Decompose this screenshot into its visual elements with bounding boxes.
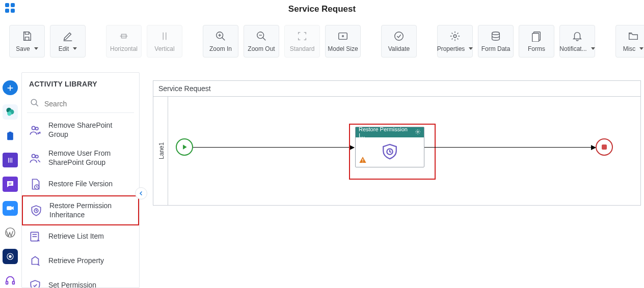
svg-line-41 [36,104,38,106]
align-horizontal-button[interactable]: Horizontal [106,25,142,57]
camera-icon[interactable] [3,201,18,216]
toolbar: Save Edit Horizontal Vertical Zoom [0,19,644,63]
zoom-model-size-button[interactable]: Model Size [325,25,361,57]
activity-settings-icon[interactable] [415,129,421,136]
svg-point-37 [9,255,12,258]
zoom-out-icon [256,30,267,42]
add-button[interactable] [3,80,18,95]
zoom-standard-label: Standard [290,45,315,52]
activity-item-label: Set Permission [48,281,133,287]
form-data-button[interactable]: Form Data [478,25,514,57]
target-icon[interactable] [3,249,18,264]
svg-point-43 [36,127,38,130]
align-horizontal-label: Horizontal [110,45,138,52]
activity-item-label: Remove SharePoint Group [48,121,133,139]
collapse-panel-button[interactable] [135,187,147,199]
bell-icon [572,30,583,42]
svg-rect-38 [6,281,8,284]
zoom-model-size-icon [337,30,348,42]
end-node[interactable] [596,138,613,156]
sharepoint-icon[interactable] [3,104,18,119]
page-title: Service Request [0,4,644,14]
svg-rect-1 [11,3,15,7]
svg-rect-39 [13,281,15,284]
svg-rect-3 [11,9,15,13]
svg-point-47 [36,155,38,158]
align-horizontal-icon [118,30,129,42]
zoom-out-label: Zoom Out [248,45,275,52]
file-restore-icon [28,177,42,191]
save-label: Save [16,45,38,52]
edit-button[interactable]: Edit [50,25,86,57]
folder-icon [628,30,639,42]
gear-icon [449,30,461,42]
activity-search-input[interactable] [43,99,135,108]
property-icon [28,254,42,268]
activity-item-remove-sp-group[interactable]: Remove SharePoint Group [22,116,139,144]
svg-point-17 [395,32,404,40]
svg-point-16 [342,35,344,37]
svg-point-42 [32,126,36,130]
activity-search[interactable] [27,95,134,113]
zoom-in-label: Zoom In [209,45,232,52]
shield-icon [28,278,42,287]
activity-item-set-permission[interactable]: Set Permission [22,273,139,287]
svg-rect-15 [339,33,347,39]
clipboard-icon[interactable] [3,129,18,143]
zoom-standard-icon [297,30,308,42]
user-remove-icon [28,151,42,165]
activity-item-remove-user-sp-group[interactable]: Remove User From SharePoint Group [22,144,139,172]
svg-line-9 [222,37,225,40]
activity-item-label: Restore File Version [48,180,133,189]
activity-item-restore-permission-inheritance[interactable]: Restore Permission Inheritance [22,195,139,225]
start-node[interactable] [176,138,193,156]
svg-marker-53 [183,145,187,149]
wordpress-icon[interactable] [3,225,18,240]
forms-button[interactable]: Forms [519,25,554,57]
save-button[interactable]: Save [9,25,45,57]
activity-item-retrieve-list-item[interactable]: Retrieve List Item [22,224,139,249]
validate-button[interactable]: Validate [381,25,417,57]
flow-arrow[interactable] [424,147,596,148]
svg-rect-56 [362,159,363,161]
activity-item-retrieve-property[interactable]: Retrieve Property [22,249,139,273]
app-launcher-icon[interactable] [3,1,17,15]
align-vertical-button[interactable]: Vertical [147,25,182,57]
validate-icon [393,30,405,42]
form-data-label: Form Data [481,45,511,52]
headset-icon[interactable] [3,273,18,288]
svg-point-26 [7,111,11,116]
save-icon [21,30,33,42]
svg-point-46 [32,154,36,158]
properties-label: Properties [437,45,473,52]
svg-rect-34 [7,207,12,211]
activity-item-restore-file-version[interactable]: Restore File Version [22,172,139,196]
notifications-button[interactable]: Notificat... [559,25,595,57]
forms-label: Forms [528,45,545,52]
align-vertical-label: Vertical [154,45,174,52]
activity-restore-permission[interactable]: Restore Permission I... [355,127,424,167]
zoom-out-button[interactable]: Zoom Out [244,25,279,57]
svg-point-54 [417,131,419,133]
svg-rect-57 [362,161,363,162]
group-remove-icon [28,123,42,137]
activity-library-panel: ACTIVITY LIBRARY Remove SharePoint Group… [21,72,140,288]
shield-restore-icon [29,204,43,218]
align-vertical-icon [159,30,170,42]
columns-icon[interactable] [3,153,18,167]
chat-icon[interactable] [3,177,18,191]
side-rail [0,71,20,288]
lane-label[interactable]: Lane1 [156,96,167,205]
stop-icon [602,145,607,150]
zoom-standard-button[interactable]: Standard [284,25,320,57]
misc-button[interactable]: Misc [615,25,644,57]
svg-rect-28 [9,132,12,133]
edit-label: Edit [59,45,77,52]
pool-title: Service Request [158,84,211,93]
zoom-in-button[interactable]: Zoom In [203,25,238,57]
workflow-canvas[interactable]: Service Request Lane1 Restore Permission… [153,80,641,206]
activity-list: Remove SharePoint Group Remove User From… [22,116,139,287]
svg-rect-2 [5,9,9,13]
flow-arrow[interactable] [193,147,354,148]
properties-button[interactable]: Properties [437,25,473,57]
